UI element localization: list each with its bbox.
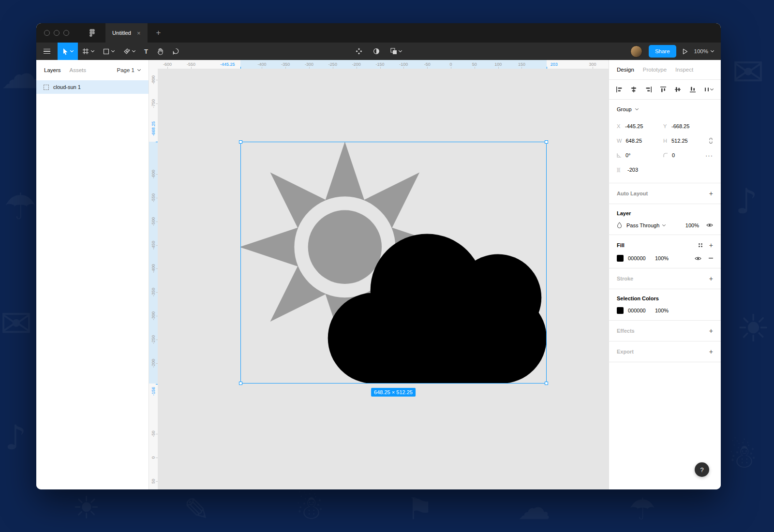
spacing-value[interactable]: -203 [627, 167, 638, 173]
design-panel-tabs: Design Prototype Inspect [609, 60, 721, 80]
selection-handle-bottom-right[interactable] [545, 382, 548, 385]
selection-handle-top-left[interactable] [239, 140, 242, 144]
chevron-down-icon[interactable] [70, 50, 74, 52]
pen-tool-icon [123, 48, 130, 55]
selection-type-dropdown[interactable]: Group [609, 100, 721, 119]
selection-box[interactable] [240, 142, 547, 384]
selection-color-hex[interactable]: 000000 [628, 308, 655, 313]
fullscreen-window-button[interactable] [63, 30, 69, 36]
align-top-icon[interactable] [660, 87, 666, 92]
ruler-label: -156 [151, 387, 156, 396]
corner-radius-value[interactable]: 0 [672, 152, 675, 158]
width-value[interactable]: 648.25 [625, 138, 642, 144]
more-options-icon[interactable]: ··· [705, 152, 713, 159]
blend-mode-dropdown[interactable]: Pass Through [626, 222, 666, 228]
height-value[interactable]: 512.25 [671, 138, 688, 144]
page-selector[interactable]: Page 1 [117, 67, 141, 73]
y-field[interactable]: Y -668.25 [663, 123, 710, 129]
fill-visibility-eye-icon[interactable] [695, 256, 701, 261]
remove-fill-icon[interactable] [709, 258, 713, 259]
auto-layout-title: Auto Layout [617, 191, 648, 196]
export-section: Export + [609, 341, 721, 362]
chevron-down-icon [711, 50, 714, 52]
selection-color-swatch[interactable] [617, 307, 624, 314]
add-export-icon[interactable]: + [709, 348, 713, 355]
ruler-label: -100 [399, 62, 408, 67]
add-effect-icon[interactable]: + [709, 327, 713, 335]
minimize-window-button[interactable] [54, 30, 60, 36]
align-right-icon[interactable] [646, 87, 652, 92]
selection-handle-top-right[interactable] [545, 140, 548, 144]
layer-opacity-value[interactable]: 100% [685, 222, 699, 228]
x-field[interactable]: X -445.25 [617, 123, 663, 129]
add-auto-layout-icon[interactable]: + [709, 190, 713, 197]
figma-logo-icon[interactable] [89, 29, 95, 37]
boolean-operations-button[interactable] [390, 48, 402, 55]
fill-opacity-value[interactable]: 100% [655, 255, 669, 261]
move-tool-button[interactable] [58, 43, 78, 60]
constrain-proportions-icon[interactable] [709, 137, 713, 144]
layer-row-cloud-sun[interactable]: cloud-sun 1 [36, 80, 149, 94]
align-vertical-center-icon[interactable] [675, 87, 681, 92]
share-button[interactable]: Share [649, 45, 676, 58]
ruler-label: -550 [151, 193, 156, 202]
selection-handle-bottom-left[interactable] [239, 382, 242, 385]
rotation-value[interactable]: 0° [625, 152, 631, 158]
width-field[interactable]: W 648.25 [617, 138, 663, 144]
ruler-vertical[interactable]: -800-750-668.25-600-550-500-450-400-350-… [149, 60, 158, 489]
mask-icon[interactable] [373, 48, 380, 55]
user-avatar[interactable] [630, 45, 642, 58]
fill-styles-icon[interactable] [699, 243, 702, 247]
file-tab[interactable]: Untitled × [105, 23, 148, 43]
y-value[interactable]: -668.25 [671, 123, 689, 129]
distribute-spacing-button[interactable] [704, 87, 714, 92]
corner-radius-field[interactable]: 0 [663, 152, 710, 158]
main-area: Layers Assets Page 1 cloud-sun 1 [36, 60, 721, 489]
hand-tool-button[interactable] [152, 43, 168, 60]
fill-hex-value[interactable]: 000000 [628, 255, 655, 261]
ruler-label: -250 [328, 62, 337, 67]
fill-section-title: Fill [617, 242, 625, 248]
chevron-down-icon[interactable] [111, 50, 115, 52]
frame-tool-button[interactable] [78, 43, 99, 60]
chevron-down-icon[interactable] [399, 50, 402, 52]
tab-assets[interactable]: Assets [70, 67, 87, 73]
tab-layers[interactable]: Layers [44, 67, 61, 73]
close-tab-icon[interactable]: × [137, 30, 141, 37]
ruler-horizontal[interactable]: -600-550-445.25-400-350-300-250-200-150-… [149, 60, 609, 69]
height-field[interactable]: H 512.25 [663, 138, 710, 144]
text-tool-button[interactable]: T [140, 43, 152, 60]
new-tab-button[interactable]: + [156, 28, 161, 38]
main-menu-button[interactable] [36, 43, 58, 60]
layer-visibility-eye-icon[interactable] [706, 223, 713, 227]
align-bottom-icon[interactable] [690, 87, 696, 92]
add-fill-icon[interactable]: + [709, 241, 713, 249]
chevron-down-icon[interactable] [132, 50, 135, 52]
fill-color-swatch[interactable] [617, 255, 624, 262]
component-icon[interactable] [356, 48, 362, 55]
align-left-icon[interactable] [616, 87, 622, 92]
pen-tool-button[interactable] [119, 43, 140, 60]
zoom-menu-button[interactable]: 100% [694, 48, 714, 54]
ruler-label: 0 [449, 62, 452, 67]
tab-inspect[interactable]: Inspect [675, 67, 693, 73]
chevron-down-icon[interactable] [91, 50, 94, 52]
present-button[interactable] [683, 48, 688, 55]
shape-tool-button[interactable] [99, 43, 119, 60]
selection-color-opacity[interactable]: 100% [655, 308, 669, 313]
tab-design[interactable]: Design [617, 67, 634, 73]
close-window-button[interactable] [44, 30, 50, 36]
ruler-label: -600 [163, 62, 172, 67]
background-pattern-icon: ☂ [629, 494, 656, 524]
comment-tool-button[interactable] [168, 43, 183, 60]
rotation-field[interactable]: 0° [617, 152, 663, 158]
tab-prototype[interactable]: Prototype [643, 67, 667, 73]
help-button[interactable]: ? [695, 462, 709, 477]
x-value[interactable]: -445.25 [625, 123, 643, 129]
canvas[interactable]: 648.25 × 512.25 -600-550-445.25-400-350-… [149, 60, 609, 489]
align-horizontal-center-icon[interactable] [631, 87, 637, 92]
spacing-field[interactable]: ]|[ -203 [617, 167, 663, 173]
add-stroke-icon[interactable]: + [709, 275, 713, 282]
ruler-label: -300 [305, 62, 313, 67]
chevron-down-icon [662, 224, 666, 226]
